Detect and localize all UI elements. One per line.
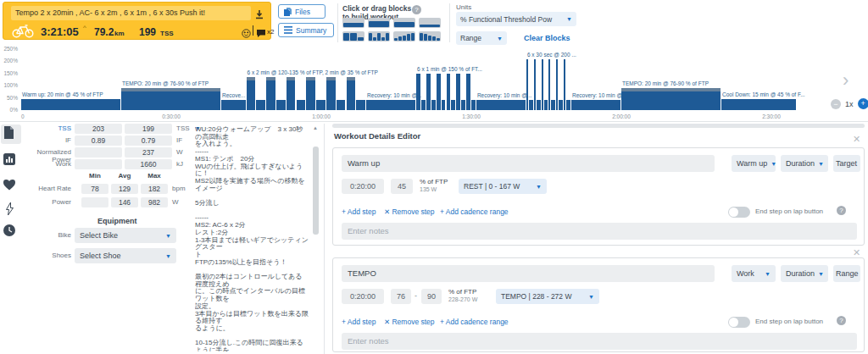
bike-select[interactable]: Select Bike▼ <box>75 228 176 243</box>
workout-bar[interactable] <box>437 74 441 110</box>
notes-scrollbar[interactable]: ▲ <box>313 125 319 351</box>
comment-bubble-icon[interactable] <box>256 26 266 41</box>
stat-if-actual[interactable]: 0.79 <box>125 136 172 146</box>
hr-min[interactable]: 78 <box>81 184 108 194</box>
step-type-dropdown[interactable]: Warm up▼ <box>732 155 776 172</box>
workout-bar[interactable] <box>551 100 555 110</box>
stat-work-planned[interactable] <box>75 159 122 169</box>
palette-block[interactable] <box>419 31 441 41</box>
workout-bar[interactable] <box>534 59 536 110</box>
files-button[interactable]: Files <box>278 4 326 19</box>
workout-bar[interactable] <box>356 100 365 110</box>
step-duration-dropdown[interactable]: Duration▼ <box>781 155 828 172</box>
step-duration-value[interactable]: 0:20:00 <box>342 179 384 194</box>
workout-bar[interactable] <box>297 100 306 110</box>
step-duration-value[interactable]: 0:20:00 <box>342 289 384 304</box>
lap-button-toggle[interactable] <box>728 317 750 328</box>
workout-bar[interactable] <box>316 100 326 110</box>
range-dropdown[interactable]: Range▼ <box>456 31 507 45</box>
workout-bar[interactable] <box>347 77 356 110</box>
heart-rate-tab-icon[interactable] <box>3 179 19 194</box>
workout-bar[interactable] <box>426 74 431 110</box>
add-cadence-link[interactable]: + + Add cadence rangeAdd cadence range <box>440 207 509 216</box>
stat-tss-planned[interactable]: 203 <box>75 124 122 134</box>
workout-bar[interactable] <box>247 77 256 110</box>
workout-bar[interactable] <box>566 100 570 110</box>
workout-bar[interactable] <box>559 100 563 110</box>
step-intensity-value[interactable]: 45 <box>391 179 413 194</box>
hr-avg[interactable]: 129 <box>111 184 138 194</box>
stat-label-tss[interactable]: TSS <box>25 124 71 132</box>
remove-step-link[interactable]: ✕ Remove step <box>384 318 435 326</box>
step-notes-input[interactable]: Enter notes <box>342 223 857 240</box>
workout-bar[interactable] <box>266 77 275 110</box>
workout-bar[interactable] <box>416 74 420 110</box>
lap-button-toggle[interactable] <box>728 207 750 218</box>
step-notes-input[interactable]: Enter notes <box>342 333 857 350</box>
step-name-input[interactable]: TEMPO <box>342 265 715 282</box>
workout-bar[interactable] <box>221 100 246 110</box>
palette-block[interactable] <box>368 18 390 28</box>
workout-bar[interactable] <box>461 100 465 110</box>
workout-bar[interactable] <box>621 88 721 110</box>
workout-bar[interactable] <box>721 99 796 110</box>
workout-bar[interactable] <box>471 100 476 110</box>
stat-work-actual[interactable]: 1660 <box>125 159 172 169</box>
chart-plot-area[interactable]: Warm up: 20 min @ 45 % of FTPTEMPO: 20 m… <box>21 49 797 110</box>
power-avg[interactable]: 146 <box>111 197 138 207</box>
palette-help-icon[interactable]: ? <box>412 5 421 14</box>
zoom-out-button[interactable]: − <box>831 99 841 109</box>
stat-tss-actual[interactable]: 199 <box>125 124 172 134</box>
palette-block[interactable] <box>419 18 441 28</box>
remove-step-link[interactable]: ✕ Remove step <box>384 207 435 216</box>
workout-summary-card[interactable]: Tempo 2 x 20min , AC- 6 x 2m , 6 x 1m , … <box>3 2 271 40</box>
step-name-input[interactable]: Warm up <box>342 155 715 172</box>
workout-bar[interactable] <box>548 59 550 110</box>
units-dropdown[interactable]: % Functional Threshold Pow▼ <box>456 12 576 26</box>
step-type-dropdown[interactable]: Work▼ <box>732 265 776 282</box>
workout-bar[interactable] <box>544 100 548 110</box>
workout-bar[interactable] <box>456 74 460 110</box>
workout-bar[interactable] <box>537 100 541 110</box>
scroll-up-icon[interactable]: ▲ <box>313 125 318 130</box>
workout-bar[interactable] <box>466 74 470 110</box>
power-min[interactable] <box>81 197 108 207</box>
workout-bar[interactable] <box>451 100 455 110</box>
palette-block[interactable] <box>393 31 415 41</box>
workout-description-notes[interactable]: WU:20分ウォームアップ 3 x 30秒の高回転走を入れよう。------MS… <box>195 126 309 351</box>
summary-button[interactable]: Summary <box>278 23 334 37</box>
workout-bar[interactable] <box>447 74 451 110</box>
workout-bar[interactable] <box>421 100 426 110</box>
palette-block[interactable] <box>393 18 415 28</box>
power-max[interactable]: 982 <box>141 197 168 207</box>
step-target-dropdown[interactable]: Range▼ <box>833 265 860 282</box>
workout-bar[interactable] <box>366 100 415 110</box>
chart-tab-icon[interactable] <box>3 153 19 169</box>
lap-help-icon[interactable]: ? <box>837 206 846 215</box>
close-step1-icon[interactable]: ✕ <box>853 134 860 145</box>
workout-bar[interactable] <box>121 88 220 110</box>
smiley-icon[interactable] <box>242 26 251 41</box>
step-intensity-low[interactable]: 76 <box>391 289 411 304</box>
workout-bar[interactable] <box>564 59 565 110</box>
workout-bar[interactable] <box>337 100 346 110</box>
workout-bar[interactable] <box>556 59 558 110</box>
workout-bar[interactable] <box>542 59 543 110</box>
chevron-right-icon[interactable]: › <box>843 69 849 91</box>
workout-chart[interactable]: 250%200%150%100%50%0% Warm up: 20 min @ … <box>0 47 868 122</box>
palette-block[interactable] <box>342 31 364 41</box>
time-tab-icon[interactable] <box>3 224 19 240</box>
workout-bar[interactable] <box>526 59 528 110</box>
workout-bar[interactable] <box>256 100 265 110</box>
zone-dropdown[interactable]: TEMPO | 228 - 272 W▼ <box>496 289 599 304</box>
step-duration-dropdown[interactable]: Duration▼ <box>781 265 828 282</box>
workout-bar[interactable] <box>442 100 446 110</box>
clear-blocks-link[interactable]: Clear Blocks <box>524 34 570 42</box>
zoom-in-button[interactable]: + <box>858 98 868 109</box>
step-intensity-high[interactable]: 90 <box>421 289 442 304</box>
stat-if-planned[interactable]: 0.89 <box>75 136 122 146</box>
scrollbar-thumb[interactable] <box>313 147 319 235</box>
editor-scrollbar-horizontal[interactable] <box>332 124 865 128</box>
workout-bar[interactable] <box>431 100 436 110</box>
palette-block[interactable] <box>368 31 390 41</box>
